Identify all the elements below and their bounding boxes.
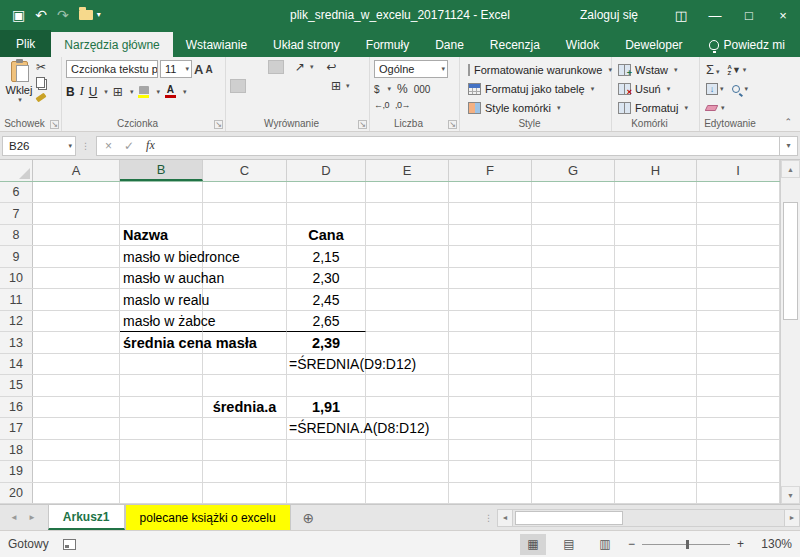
tab-widok[interactable]: Widok — [553, 33, 612, 57]
cell-F16[interactable] — [449, 397, 532, 417]
cell-C12[interactable] — [203, 311, 287, 332]
cell-H20[interactable] — [615, 483, 697, 503]
cell-C10[interactable] — [203, 268, 287, 288]
cell-H13[interactable] — [615, 332, 697, 352]
vertical-scroll-track[interactable] — [781, 178, 800, 486]
align-top-icon[interactable] — [230, 60, 246, 74]
tab-wstawianie[interactable]: Wstawianie — [173, 33, 260, 57]
copy-icon[interactable] — [36, 77, 45, 88]
align-center-icon[interactable] — [249, 79, 265, 93]
cell-F17[interactable] — [449, 418, 532, 438]
cell-F18[interactable] — [449, 440, 532, 460]
cell-A7[interactable] — [33, 203, 120, 223]
horizontal-scrollbar[interactable]: ⋮ ◄ ► — [484, 505, 800, 530]
cell-D18[interactable] — [287, 440, 366, 460]
save-icon[interactable]: ▣ — [12, 8, 25, 22]
decrease-decimal-icon[interactable]: ,0→ — [395, 100, 410, 110]
cell-F8[interactable] — [449, 225, 532, 245]
cell-E16[interactable] — [366, 397, 449, 417]
ribbon-display-options-icon[interactable]: ◫ — [664, 0, 698, 30]
cell-D8[interactable]: Cana — [287, 225, 366, 245]
scroll-left-icon[interactable]: ◄ — [497, 509, 513, 527]
liczba-dialog-launcher-icon[interactable]: ↘ — [448, 120, 457, 129]
cell-A19[interactable] — [33, 461, 120, 481]
cell-I7[interactable] — [697, 203, 780, 223]
horizontal-scroll-thumb[interactable] — [515, 511, 623, 525]
cell-F9[interactable] — [449, 246, 532, 266]
row-header-8[interactable]: 8 — [0, 225, 33, 245]
name-box[interactable]: B26▾ — [2, 136, 76, 156]
next-sheet-icon[interactable]: ► — [28, 513, 36, 522]
cell-I15[interactable] — [697, 375, 780, 395]
cell-F7[interactable] — [449, 203, 532, 223]
zoom-slider[interactable] — [642, 544, 730, 545]
cell-E12[interactable] — [366, 311, 449, 331]
cell-D17[interactable]: =ŚREDNIA.A(D8:D12) — [287, 418, 366, 438]
cell-G8[interactable] — [532, 225, 615, 245]
tab-uklad-strony[interactable]: Układ strony — [260, 33, 353, 57]
cell-A20[interactable] — [33, 483, 120, 503]
select-all-corner[interactable] — [0, 160, 33, 181]
sort-filter-button[interactable]: AZ▼▾ — [728, 64, 747, 76]
number-format-combo[interactable]: Ogólne▾ — [374, 60, 448, 78]
vertical-scrollbar[interactable]: ▲ ▼ — [780, 160, 800, 504]
cell-E7[interactable] — [366, 203, 449, 223]
cell-A17[interactable] — [33, 418, 120, 438]
cell-C6[interactable] — [203, 182, 287, 202]
cell-C7[interactable] — [203, 203, 287, 223]
cell-C11[interactable] — [203, 289, 287, 309]
comma-style-icon[interactable]: 000 — [414, 84, 431, 95]
cell-F13[interactable] — [449, 332, 532, 352]
cell-E11[interactable] — [366, 289, 449, 309]
qat-customize-icon[interactable]: ▾ — [97, 11, 101, 19]
cell-C19[interactable] — [203, 461, 287, 481]
format-as-table-button[interactable]: Formatuj jako tabelę▾ — [468, 79, 609, 98]
cell-A14[interactable] — [33, 354, 120, 374]
row-header-20[interactable]: 20 — [0, 483, 33, 503]
cell-G13[interactable] — [532, 332, 615, 352]
delete-button[interactable]: ×Usuń▾ — [618, 79, 697, 98]
cell-F10[interactable] — [449, 268, 532, 288]
column-header-E[interactable]: E — [366, 160, 449, 181]
borders-icon[interactable]: ⊞ — [113, 86, 123, 98]
formula-input[interactable] — [163, 136, 780, 156]
cell-C15[interactable] — [203, 375, 287, 395]
cell-C9[interactable] — [203, 246, 287, 266]
tab-recenzja[interactable]: Recenzja — [477, 33, 553, 57]
zoom-out-icon[interactable]: − — [628, 537, 635, 551]
zoom-percentage[interactable]: 130% — [754, 537, 792, 551]
cell-G19[interactable] — [532, 461, 615, 481]
cell-I11[interactable] — [697, 289, 780, 309]
cell-D16[interactable]: 1,91 — [287, 397, 366, 417]
cell-A16[interactable] — [33, 397, 120, 417]
cell-D13[interactable]: 2,39 — [287, 332, 366, 352]
cell-D11[interactable]: 2,45 — [287, 289, 366, 309]
cell-D20[interactable] — [287, 483, 366, 503]
cell-B10[interactable]: masło w auchan — [120, 268, 203, 288]
cell-G11[interactable] — [532, 289, 615, 309]
column-header-F[interactable]: F — [449, 160, 532, 181]
cell-B7[interactable] — [120, 203, 203, 223]
cell-D12[interactable]: 2,65 — [287, 311, 366, 332]
cell-F11[interactable] — [449, 289, 532, 309]
decrease-indent-icon[interactable] — [287, 79, 303, 93]
cell-E13[interactable] — [366, 332, 449, 352]
row-header-14[interactable]: 14 — [0, 354, 33, 374]
cell-I9[interactable] — [697, 246, 780, 266]
column-header-A[interactable]: A — [33, 160, 120, 181]
cell-B20[interactable] — [120, 483, 203, 503]
cell-G7[interactable] — [532, 203, 615, 223]
bold-button[interactable]: B — [66, 85, 75, 99]
autosum-button[interactable]: Σ▾ — [706, 62, 720, 77]
cell-E19[interactable] — [366, 461, 449, 481]
cell-A15[interactable] — [33, 375, 120, 395]
merge-center-icon[interactable]: ⊞ — [331, 80, 341, 92]
wyrownanie-dialog-launcher-icon[interactable]: ↘ — [358, 120, 367, 129]
cell-I18[interactable] — [697, 440, 780, 460]
cell-B8[interactable]: Nazwa — [120, 225, 203, 245]
row-header-10[interactable]: 10 — [0, 268, 33, 288]
cell-B9[interactable]: masło w biedronce — [120, 246, 203, 266]
view-page-break-icon[interactable]: ▥ — [592, 534, 618, 555]
open-folder-icon[interactable] — [79, 10, 93, 20]
cell-A6[interactable] — [33, 182, 120, 202]
